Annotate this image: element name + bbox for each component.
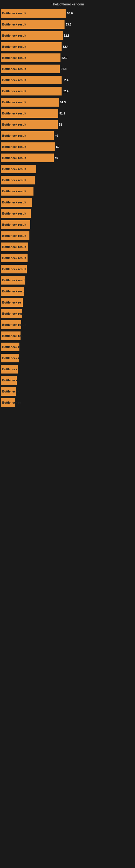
site-header: TheBottlenecker.com <box>0 0 135 7</box>
bar-row: Bottleneck s <box>1 386 135 397</box>
bar-row: Bottleneck result <box>1 175 135 185</box>
bar-row: Bottleneck resu <box>1 286 135 297</box>
bar-label: Bottleneck v <box>2 368 20 371</box>
bar: Bottleneck result <box>1 209 31 218</box>
bar: Bottleneck <box>1 376 17 384</box>
bar-label: Bottleneck result <box>2 268 27 271</box>
bar-label: Bottleneck re <box>2 301 21 304</box>
bar-row: Bottleneck result <box>1 186 135 196</box>
bar-label: Bottleneck r <box>2 345 20 348</box>
bar-label: Bottleneck resu <box>2 290 25 293</box>
bar: Bottleneck result <box>1 9 66 18</box>
bar-label: Bottleneck result <box>2 23 27 26</box>
bar: Bottleneck result <box>1 243 28 251</box>
bar-row: Bottleneck result52.4 <box>1 41 135 52</box>
bar-row: Bottleneck <box>1 375 135 385</box>
bar-value: 52.4 <box>63 45 68 48</box>
bar-label: Bottleneck result <box>2 245 27 248</box>
bar: Bottleneck res <box>1 332 20 340</box>
bar: Bottleneck result <box>1 87 61 95</box>
bar-value: 52.8 <box>64 34 70 37</box>
bar-label: Bottleneck result <box>2 45 27 48</box>
bar-label: Bottleneck result <box>2 56 27 59</box>
bar-row: Bottleneck result <box>1 197 135 208</box>
bar-row: Bottleneck result <box>1 275 135 285</box>
bar-label: Bottleneck result <box>2 101 27 104</box>
bar-label: Bottleneck s <box>2 390 20 393</box>
bar-row: Bottleneck result52.4 <box>1 86 135 96</box>
bar: Bottleneck re <box>1 398 15 407</box>
bar-row: Bottleneck resu <box>1 308 135 319</box>
bar-row: Bottleneck result49 <box>1 153 135 163</box>
bar-row: Bottleneck re <box>1 297 135 308</box>
bar-value: 49 <box>55 156 58 159</box>
bar-row: Bottleneck result <box>1 164 135 174</box>
bar: Bottleneck result <box>1 265 27 273</box>
bar: Bottleneck result <box>1 76 61 84</box>
bar: Bottleneck resu <box>1 287 24 296</box>
bar-row: Bottleneck result53.6 <box>1 8 135 19</box>
bar-label: Bottleneck re <box>2 401 21 404</box>
bar-label: Bottleneck result <box>2 34 27 37</box>
bar: Bottleneck result <box>1 154 54 162</box>
bar-value: 52.4 <box>63 79 68 82</box>
bar-value: 53.6 <box>67 12 73 15</box>
bar: Bottleneck result <box>1 254 28 262</box>
bar-row: Bottleneck result <box>1 319 135 330</box>
bar: Bottleneck result <box>1 31 63 40</box>
bar: Bottleneck result <box>1 231 30 240</box>
bar-value: 49 <box>55 134 58 137</box>
bar-label: Bottleneck result <box>2 90 27 93</box>
bar-value: 51.1 <box>59 112 65 115</box>
bar-row: Bottleneck result50 <box>1 142 135 152</box>
bar-value: 51.8 <box>61 67 66 70</box>
bar-label: Bottleneck result <box>2 12 27 15</box>
bar-value: 53.3 <box>65 23 71 26</box>
bar-label: Bottleneck result <box>2 323 27 326</box>
bar-row: Bottleneck result52.4 <box>1 75 135 85</box>
bar-row: Bottleneck result51.8 <box>1 64 135 74</box>
bar-row: Bottleneck result52.0 <box>1 53 135 63</box>
bar-row: Bottleneck result <box>1 219 135 230</box>
bar: Bottleneck v <box>1 365 18 373</box>
bar-row: Bottleneck result <box>1 264 135 274</box>
bar-row: Bottleneck res <box>1 331 135 341</box>
bar-label: Bottleneck result <box>2 190 27 193</box>
bar: Bottleneck resu <box>1 309 22 318</box>
bar-label: Bottleneck result <box>2 279 27 282</box>
bar: Bottleneck result <box>1 131 54 140</box>
bar-row: Bottleneck result53.3 <box>1 19 135 30</box>
bar: Bottleneck result <box>1 187 34 195</box>
bar-label: Bottleneck result <box>2 212 27 215</box>
bar-row: Bottleneck r <box>1 342 135 352</box>
bar-label: Bottleneck result <box>2 167 27 170</box>
bar-label: Bottleneck result <box>2 223 27 226</box>
bar: Bottleneck result <box>1 276 26 284</box>
bar-label: Bottleneck result <box>2 123 27 126</box>
bar: Bottleneck r <box>1 354 18 362</box>
bar: Bottleneck result <box>1 165 36 173</box>
bar-value: 51 <box>59 123 62 126</box>
bar-row: Bottleneck r <box>1 353 135 363</box>
bar-row: Bottleneck result <box>1 242 135 252</box>
bar-row: Bottleneck result <box>1 253 135 263</box>
bar: Bottleneck result <box>1 220 30 229</box>
bar-label: Bottleneck resu <box>2 312 25 315</box>
bar-label: Bottleneck result <box>2 179 27 182</box>
bar-value: 52.4 <box>63 90 68 93</box>
bar: Bottleneck result <box>1 176 35 184</box>
bar: Bottleneck result <box>1 98 59 106</box>
bar: Bottleneck re <box>1 298 23 307</box>
site-title: TheBottlenecker.com <box>51 2 84 6</box>
bar-value: 52.0 <box>61 56 67 59</box>
bar-label: Bottleneck r <box>2 356 20 360</box>
bar-row: Bottleneck re <box>1 397 135 408</box>
bar-label: Bottleneck result <box>2 67 27 70</box>
bar: Bottleneck s <box>1 387 16 396</box>
bar-label: Bottleneck res <box>2 334 23 337</box>
bar-label: Bottleneck result <box>2 79 27 82</box>
bar-label: Bottleneck result <box>2 156 27 159</box>
bar-label: Bottleneck result <box>2 145 27 148</box>
bar-value: 50 <box>56 145 59 148</box>
bar-value: 51.3 <box>60 101 65 104</box>
